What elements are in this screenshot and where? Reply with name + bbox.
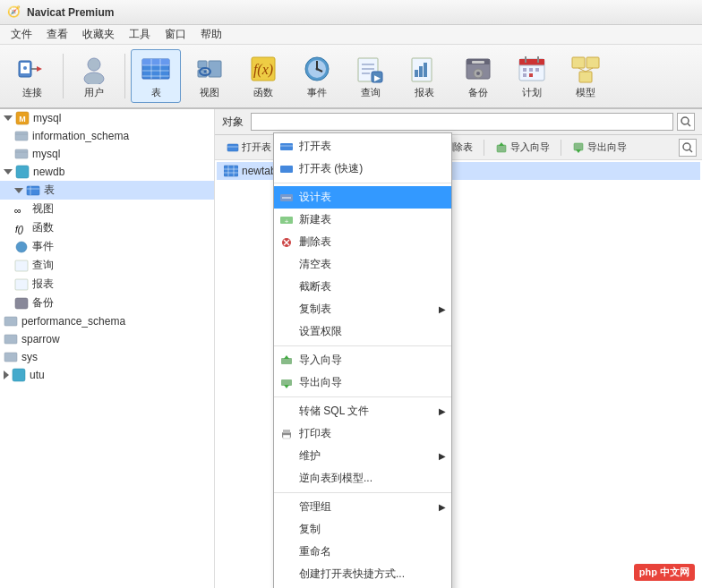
sidebar-item-sparrow[interactable]: sparrow	[0, 330, 214, 348]
model-label: 模型	[576, 86, 595, 99]
ctx-delete-table[interactable]: 删除表	[274, 231, 451, 253]
svg-rect-74	[4, 353, 17, 362]
action-import-wizard[interactable]: 导入向导	[489, 138, 556, 157]
toolbar-function[interactable]: f(x) 函数	[238, 49, 288, 103]
menu-tools[interactable]: 工具	[122, 25, 158, 44]
action-sep5	[561, 140, 561, 156]
sidebar-item-table-group[interactable]: 表	[0, 181, 214, 200]
action-export-wizard[interactable]: 导出向导	[566, 138, 633, 157]
toolbar-table[interactable]: 表	[131, 49, 181, 103]
menu-view[interactable]: 查看	[39, 25, 75, 44]
sidebar-item-mysql[interactable]: M mysql	[0, 109, 214, 127]
ctx-maintain[interactable]: 维护 ▶	[274, 445, 451, 467]
sidebar-events-label: 事件	[32, 239, 54, 254]
toolbar-schedule[interactable]: 计划	[507, 49, 557, 103]
svg-rect-100	[280, 166, 293, 173]
ctx-open-table-icon	[279, 140, 294, 154]
ctx-dump-sql[interactable]: 转储 SQL 文件 ▶	[274, 400, 451, 422]
ctx-rename[interactable]: 重命名	[274, 541, 451, 563]
arrow-table-group	[14, 188, 23, 193]
ctx-create-shortcut[interactable]: 创建打开表快捷方式...	[274, 563, 451, 585]
sidebar-item-information-schema[interactable]: information_schema	[0, 127, 214, 145]
sidebar-item-functions[interactable]: f() 函数	[0, 218, 214, 237]
events-icon	[14, 240, 29, 254]
toolbar-event[interactable]: 事件	[292, 49, 342, 103]
ctx-design-table[interactable]: 设计表	[274, 186, 451, 209]
sidebar-item-sys[interactable]: sys	[0, 348, 214, 366]
menu-help[interactable]: 帮助	[193, 25, 229, 44]
action-search-button[interactable]	[679, 139, 697, 157]
ctx-manage-group[interactable]: 管理组 ▶	[274, 496, 451, 518]
ctx-reverse-model[interactable]: 逆向表到模型...	[274, 467, 451, 490]
sidebar-item-queries[interactable]: 查询	[0, 256, 214, 275]
ctx-copy[interactable]: 复制	[274, 518, 451, 541]
table-icon	[140, 54, 172, 84]
ctx-manage-group-arrow: ▶	[439, 502, 446, 512]
newtable-icon	[224, 165, 238, 177]
svg-rect-114	[283, 435, 290, 439]
toolbar-backup[interactable]: 备份	[453, 49, 503, 103]
ctx-print-icon	[279, 427, 294, 441]
ctx-new-table-icon: +	[279, 213, 294, 227]
ctx-export-wizard[interactable]: 导出向导	[274, 371, 451, 394]
ctx-import-wizard[interactable]: 导入向导	[274, 349, 451, 371]
schedule-label: 计划	[522, 86, 542, 99]
sidebar-item-views[interactable]: ∞ 视图	[0, 200, 214, 218]
svg-rect-8	[142, 59, 169, 65]
svg-marker-88	[499, 142, 504, 146]
menu-favorites[interactable]: 收藏夹	[75, 25, 122, 44]
toolbar-model[interactable]: 模型	[561, 49, 611, 103]
ctx-sep4	[274, 492, 451, 493]
event-icon	[301, 54, 333, 84]
svg-marker-111	[284, 385, 289, 388]
toolbar: 连接 用户 表 视图 f(x) 函数 事件 ▶	[0, 45, 702, 109]
sidebar-item-performance-schema[interactable]: performance_schema	[0, 312, 214, 330]
sparrow-icon	[4, 332, 18, 346]
toolbar-view[interactable]: 视图	[184, 49, 235, 103]
sidebar-item-newdb[interactable]: newdb	[0, 163, 214, 181]
ctx-open-table-fast[interactable]: 打开表 (快速)	[274, 158, 451, 180]
backup-label: 备份	[468, 86, 488, 99]
app-title: Navicat Premium	[27, 6, 114, 19]
action-search-icon	[682, 142, 693, 153]
toolbar-connect[interactable]: 连接	[7, 49, 57, 103]
ctx-set-permissions[interactable]: 设置权限	[274, 320, 451, 343]
svg-text:f(): f()	[15, 225, 23, 234]
toolbar-sep1	[63, 54, 64, 98]
menu-file[interactable]: 文件	[4, 25, 39, 44]
ctx-copy-table[interactable]: 复制表 ▶	[274, 298, 451, 320]
ctx-print-table[interactable]: 打印表	[274, 422, 451, 445]
sidebar-functions-label: 函数	[32, 220, 54, 235]
sidebar-item-backup[interactable]: 备份	[0, 294, 214, 312]
ctx-clear-table[interactable]: 清空表	[274, 253, 451, 276]
view-icon	[193, 54, 226, 84]
action-open-table[interactable]: 打开表	[220, 138, 278, 157]
export-icon	[572, 141, 585, 154]
ctx-design-table-icon	[279, 191, 294, 205]
sidebar-views-label: 视图	[32, 201, 54, 217]
sidebar-item-utu[interactable]: utu	[0, 366, 214, 384]
svg-rect-33	[415, 70, 418, 77]
object-search-button[interactable]	[677, 113, 695, 131]
toolbar-user[interactable]: 用户	[69, 49, 119, 103]
menu-window[interactable]: 窗口	[158, 25, 193, 44]
svg-rect-58	[15, 132, 28, 141]
sidebar-item-mysql-db[interactable]: mysql	[0, 145, 214, 163]
reports-icon	[14, 277, 29, 292]
toolbar-report[interactable]: 报表	[399, 49, 449, 103]
ctx-truncate-table[interactable]: 截断表	[274, 276, 451, 298]
svg-rect-60	[15, 149, 28, 158]
object-search-input[interactable]	[251, 113, 673, 131]
svg-rect-34	[419, 66, 423, 77]
svg-rect-75	[13, 369, 25, 381]
app-icon: 🧭	[7, 5, 21, 20]
sidebar-item-reports[interactable]: 报表	[0, 275, 214, 294]
svg-point-91	[683, 143, 690, 150]
sidebar-item-events[interactable]: 事件	[0, 237, 214, 256]
ctx-new-table[interactable]: + 新建表	[274, 209, 451, 231]
toolbar-query[interactable]: ▶ 查询	[346, 49, 396, 103]
sidebar-perf-schema-label: performance_schema	[21, 315, 125, 328]
ctx-open-table[interactable]: 打开表	[274, 135, 451, 158]
svg-rect-50	[529, 73, 533, 77]
backup-icon	[462, 54, 494, 84]
